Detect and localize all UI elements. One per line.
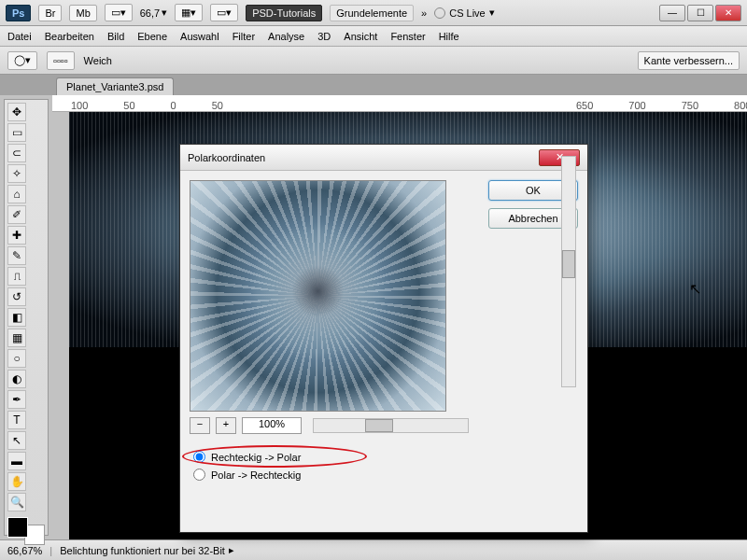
option-label: Polar -> Rechteckig [211, 469, 301, 481]
move-tool-icon[interactable]: ✥ [7, 103, 26, 121]
workspace-tutorials[interactable]: PSD-Tutorials [246, 5, 322, 21]
options-bar: ◯▾ ▫▫▫▫ Weich Kante verbessern... [0, 47, 747, 75]
wand-tool-icon[interactable]: ✧ [7, 164, 26, 183]
dialog-titlebar[interactable]: Polarkoordinaten ✕ [180, 145, 587, 171]
lasso-tool-icon[interactable]: ⊂ [7, 144, 26, 162]
menu-filter[interactable]: Filter [233, 31, 255, 42]
status-bar: 66,67% | Belichtung funktioniert nur bei… [0, 539, 747, 560]
horizontal-ruler: 10050050 650700750800850 [52, 95, 747, 112]
menu-bearbeiten[interactable]: Bearbeiten [45, 31, 94, 42]
history-brush-icon[interactable]: ↺ [7, 287, 26, 306]
filter-preview[interactable] [190, 180, 446, 412]
crop-tool-icon[interactable]: ⌂ [7, 185, 26, 203]
zoom-tool-icon[interactable]: 🔍 [7, 493, 26, 511]
dodge-tool-icon[interactable]: ◐ [7, 370, 26, 388]
maximize-button[interactable]: ☐ [687, 5, 713, 21]
zoom-level[interactable]: 66,7▾ [140, 7, 167, 19]
type-tool-icon[interactable]: T [7, 411, 26, 429]
status-zoom[interactable]: 66,67% [7, 545, 42, 556]
menu-analyse[interactable]: Analyse [268, 31, 304, 42]
pen-tool-icon[interactable]: ✒ [7, 390, 26, 409]
brush-tool-icon[interactable]: ✎ [7, 246, 26, 265]
path-tool-icon[interactable]: ↖ [7, 431, 26, 450]
shape-tool-icon[interactable]: ▬ [7, 452, 26, 470]
menu-fenster[interactable]: Fenster [390, 31, 425, 42]
view-extras-button[interactable]: ▦▾ [175, 4, 203, 21]
heal-tool-icon[interactable]: ✚ [7, 226, 26, 245]
menu-3d[interactable]: 3D [317, 31, 331, 42]
title-bar: Ps Br Mb ▭▾ 66,7▾ ▦▾ ▭▾ PSD-Tutorials Gr… [0, 0, 747, 26]
preview-vertical-scrollbar[interactable] [561, 156, 576, 387]
menu-ebene[interactable]: Ebene [137, 31, 167, 42]
color-swatch[interactable] [7, 517, 45, 545]
menu-auswahl[interactable]: Auswahl [180, 31, 219, 42]
menu-datei[interactable]: Datei [7, 31, 32, 42]
document-tabbar: Planet_Variante3.psd [0, 75, 747, 95]
refine-edge-button[interactable]: Kante verbessern... [638, 51, 740, 70]
menu-bild[interactable]: Bild [107, 31, 124, 42]
preview-horizontal-scrollbar[interactable] [313, 418, 469, 433]
feather-label: Weich [84, 55, 112, 66]
zoom-out-button[interactable]: − [190, 417, 210, 434]
toolbox: ✥ ▭ ⊂ ✧ ⌂ ✐ ✚ ✎ ⎍ ↺ ◧ ▦ ○ ◐ ✒ T ↖ ▬ ✋ 🔍 [4, 99, 49, 536]
minibridge-button[interactable]: Mb [69, 5, 96, 21]
tool-preset[interactable]: ◯▾ [7, 51, 37, 70]
menu-ansicht[interactable]: Ansicht [344, 31, 377, 42]
status-message: Belichtung funktioniert nur bei 32-Bit [60, 545, 225, 556]
radio-rect-to-polar[interactable] [193, 451, 205, 463]
eyedropper-tool-icon[interactable]: ✐ [7, 205, 26, 224]
stamp-tool-icon[interactable]: ⎍ [7, 267, 26, 286]
menu-hilfe[interactable]: Hilfe [439, 31, 459, 42]
arrange-button[interactable]: ▭▾ [210, 4, 238, 21]
marquee-tool-icon[interactable]: ▭ [7, 123, 26, 142]
eraser-tool-icon[interactable]: ◧ [7, 308, 26, 327]
option-rect-to-polar[interactable]: Rechteckig -> Polar [190, 451, 469, 463]
polar-coordinates-dialog: Polarkoordinaten ✕ − + 100% Rechteckig -… [179, 144, 588, 533]
hand-tool-icon[interactable]: ✋ [7, 472, 26, 491]
cslive-button[interactable]: CS Live▾ [434, 7, 495, 19]
zoom-value: 100% [242, 417, 302, 434]
workspace: ✥ ▭ ⊂ ✧ ⌂ ✐ ✚ ✎ ⎍ ↺ ◧ ▦ ○ ◐ ✒ T ↖ ▬ ✋ 🔍 … [0, 95, 747, 539]
option-polar-to-rect[interactable]: Polar -> Rechteckig [190, 469, 469, 481]
screen-mode-button[interactable]: ▭▾ [105, 4, 133, 21]
selection-mode[interactable]: ▫▫▫▫ [47, 51, 75, 70]
gradient-tool-icon[interactable]: ▦ [7, 329, 26, 347]
blur-tool-icon[interactable]: ○ [7, 349, 26, 368]
document-tab[interactable]: Planet_Variante3.psd [56, 77, 174, 95]
minimize-button[interactable]: — [659, 5, 685, 21]
workspace-grundelemente[interactable]: Grundelemente [330, 5, 414, 21]
zoom-in-button[interactable]: + [216, 417, 236, 434]
option-label: Rechteckig -> Polar [211, 452, 301, 463]
app-icon: Ps [6, 5, 31, 21]
menu-bar: Datei Bearbeiten Bild Ebene Auswahl Filt… [0, 26, 747, 47]
close-button[interactable]: ✕ [715, 5, 741, 21]
foreground-color[interactable] [7, 517, 28, 538]
more-workspaces[interactable]: » [421, 7, 427, 19]
bridge-button[interactable]: Br [38, 5, 62, 21]
radio-polar-to-rect[interactable] [193, 469, 205, 481]
dialog-title: Polarkoordinaten [188, 152, 265, 163]
